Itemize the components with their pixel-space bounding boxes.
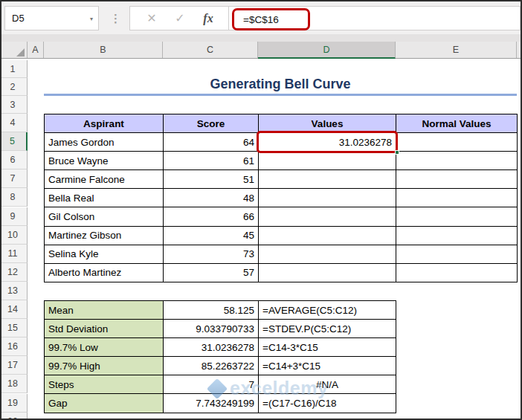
page-title: Generating Bell Curve [44, 75, 517, 96]
cell-c8[interactable]: 48 [164, 189, 259, 207]
cell-b12[interactable]: Alberto Martinez [45, 264, 164, 282]
stats-table: Mean 58.125 =AVERAGE(C5:C12) Std Deviati… [44, 300, 396, 413]
insert-function-icon[interactable]: fx [203, 12, 213, 25]
cell-d5-selected[interactable]: 31.0236278 [259, 133, 396, 152]
excel-window: D5 ▾ ⋮ ✕ ✓ fx =$C$16 A B C D E 1 2 3 4 5… [0, 0, 522, 420]
cell-b5[interactable]: James Gordon [45, 133, 164, 152]
cell-b9[interactable]: Gil Colson [45, 207, 164, 226]
header-normal-values[interactable]: Normal Values [396, 114, 518, 133]
row-header-12[interactable]: 12 [1, 263, 28, 282]
name-box[interactable]: D5 ▾ [4, 6, 99, 30]
row-header-9[interactable]: 9 [1, 207, 28, 226]
cell-b6[interactable]: Bruce Wayne [45, 152, 164, 170]
cell-d15-stdev-formula[interactable]: =STDEV.P(C5:C12) [259, 320, 396, 338]
column-header-d[interactable]: D [258, 42, 396, 59]
row-header-13[interactable]: 13 [1, 282, 28, 300]
column-header-a[interactable]: A [28, 42, 44, 58]
cell-b18-steps-label[interactable]: Steps [45, 375, 164, 394]
cell-c19-gap-value[interactable]: 7.743249199 [164, 394, 259, 413]
cell-d7[interactable] [259, 170, 396, 189]
cell-d17-high-formula[interactable]: =C14+3*C15 [259, 357, 396, 375]
cell-c6[interactable]: 61 [164, 152, 259, 170]
aspirant-table: Aspirant Score Values Normal Values Jame… [44, 114, 518, 282]
cell-c18-steps-value[interactable]: 7 [164, 375, 259, 394]
cell-e7[interactable] [396, 170, 518, 189]
cell-b17-high-label[interactable]: 99.7% High [45, 357, 164, 375]
cell-d12[interactable] [259, 264, 396, 282]
cell-b15-stdev-label[interactable]: Std Deviation [45, 320, 164, 338]
cell-c12[interactable]: 57 [164, 264, 259, 282]
cell-e5[interactable] [396, 133, 518, 152]
cell-b10[interactable]: Martinez Gibson [45, 227, 164, 245]
cell-c14-mean-value[interactable]: 58.125 [164, 301, 259, 320]
cancel-icon[interactable]: ✕ [146, 11, 156, 25]
separator-dots-icon: ⋮ [110, 6, 121, 30]
cell-d11[interactable] [259, 245, 396, 264]
cell-b16-low-label[interactable]: 99.7% Low [45, 338, 164, 357]
row-header-7[interactable]: 7 [1, 169, 28, 188]
row-header-20[interactable]: 20 [1, 413, 28, 420]
cell-c16-low-value[interactable]: 31.0236278 [164, 338, 259, 357]
header-aspirant[interactable]: Aspirant [45, 114, 164, 133]
row-header-5[interactable]: 5 [1, 132, 28, 151]
cell-c5[interactable]: 64 [164, 133, 259, 152]
cell-e9[interactable] [396, 207, 518, 226]
row-header-16[interactable]: 16 [1, 337, 28, 356]
row-header-15[interactable]: 15 [1, 319, 28, 337]
cell-c7[interactable]: 51 [164, 170, 259, 189]
cell-c17-high-value[interactable]: 85.2263722 [164, 357, 259, 375]
select-all-icon [16, 48, 25, 56]
cell-c15-stdev-value[interactable]: 9.033790733 [164, 320, 259, 338]
row-header-19[interactable]: 19 [1, 394, 28, 413]
cell-c11[interactable]: 73 [164, 245, 259, 264]
cell-d19-gap-formula[interactable]: =(C17-C16)/C18 [259, 394, 396, 413]
formula-value: =$C$16 [243, 14, 279, 25]
cell-d9[interactable] [259, 207, 396, 226]
row-header-1[interactable]: 1 [1, 60, 28, 78]
cell-b11[interactable]: Selina Kyle [45, 245, 164, 264]
enter-icon[interactable]: ✓ [175, 11, 184, 25]
name-box-value: D5 [12, 13, 25, 24]
header-values[interactable]: Values [259, 114, 396, 133]
cell-e11[interactable] [396, 245, 518, 264]
row-header-2[interactable]: 2 [1, 78, 28, 96]
cell-e6[interactable] [396, 152, 518, 170]
row-header-17[interactable]: 17 [1, 356, 28, 375]
cell-d8[interactable] [259, 189, 396, 207]
divider-band [1, 34, 521, 42]
chevron-down-icon[interactable]: ▾ [90, 16, 93, 22]
select-all-corner[interactable] [1, 42, 28, 58]
row-header-10[interactable]: 10 [1, 226, 28, 245]
cell-c9[interactable]: 66 [164, 207, 259, 226]
cell-c10[interactable]: 45 [164, 227, 259, 245]
cell-e12[interactable] [396, 264, 518, 282]
cell-b7[interactable]: Carmine Falcone [45, 170, 164, 189]
formula-buttons: ✕ ✓ fx [129, 6, 231, 30]
cell-d6[interactable] [259, 152, 396, 170]
column-header-e[interactable]: E [396, 42, 517, 58]
cell-b19-gap-label[interactable]: Gap [45, 394, 164, 413]
row-header-11[interactable]: 11 [1, 245, 28, 263]
cell-d18-na-error[interactable]: #N/A [259, 375, 396, 394]
row-header-4[interactable]: 4 [1, 114, 28, 132]
formula-highlight-annotation: =$C$16 [232, 8, 310, 30]
formula-bar-strip: D5 ▾ ⋮ ✕ ✓ fx =$C$16 [1, 1, 521, 34]
cell-b8[interactable]: Bella Real [45, 189, 164, 207]
cell-d10[interactable] [259, 227, 396, 245]
row-header-6[interactable]: 6 [1, 151, 28, 169]
column-header-b[interactable]: B [44, 42, 163, 58]
row-header-3[interactable]: 3 [1, 96, 28, 114]
fill-handle[interactable] [395, 150, 399, 155]
column-header-strip: A B C D E [1, 42, 521, 59]
cell-d14-mean-formula[interactable]: =AVERAGE(C5:C12) [259, 301, 396, 320]
row-header-8[interactable]: 8 [1, 188, 28, 207]
row-header-14[interactable]: 14 [1, 300, 28, 319]
row-header-18[interactable]: 18 [1, 375, 28, 393]
cell-e8[interactable] [396, 189, 518, 207]
header-score[interactable]: Score [164, 114, 259, 133]
cell-d16-low-formula[interactable]: =C14-3*C15 [259, 338, 396, 357]
cell-b14-mean-label[interactable]: Mean [45, 301, 164, 320]
column-header-c[interactable]: C [163, 42, 258, 58]
cell-e10[interactable] [396, 227, 518, 245]
